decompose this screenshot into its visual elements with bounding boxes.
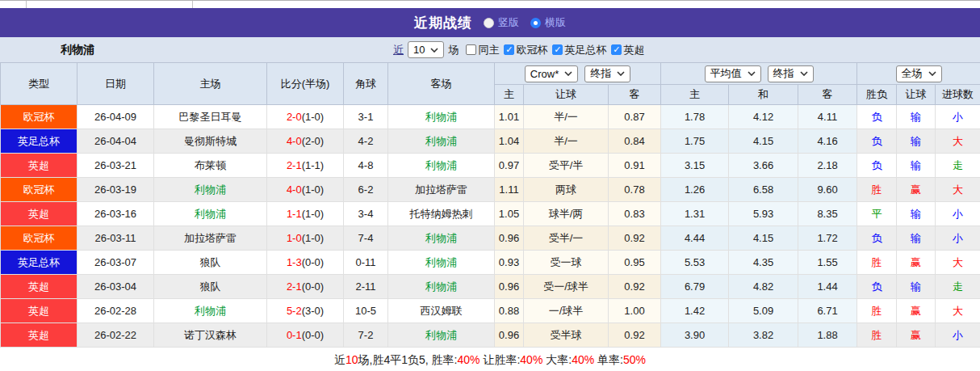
cell-eu-home-odds: 1.75 [661, 129, 729, 154]
cell-eu-draw-odds: 5.93 [729, 202, 798, 226]
league-type-badge: 英超 [1, 202, 77, 226]
top-strip [0, 0, 980, 8]
filter-checkbox-英足总杯[interactable]: ✓英足总杯 [552, 43, 606, 57]
match-table-body: 欧冠杯 26-04-09 巴黎圣日耳曼 2-0(1-0) 3-1 利物浦 1.0… [1, 105, 980, 348]
cell-away-team: 利物浦 [388, 323, 495, 348]
cell-asia-handicap: 受平/半 [524, 154, 609, 178]
cell-corner: 0-11 [344, 251, 388, 275]
cell-result-wdl: 胜 [857, 323, 897, 348]
results-table: 类型 日期 主场 比分(半场) 角球 客场 Crow* 终指 [0, 62, 980, 348]
cell-asia-away-odds: 1.00 [609, 299, 661, 323]
europe-average-value: 平均值 [710, 66, 742, 81]
league-type-badge: 英足总杯 [1, 251, 77, 275]
cell-eu-draw-odds: 3.66 [729, 154, 798, 178]
cell-corner: 6-2 [344, 178, 388, 202]
filter-checkbox-英超[interactable]: ✓英超 [611, 43, 644, 57]
full-time-score: 2-1 [287, 280, 302, 293]
controls-bar: 利物浦 近 10 场 同主✓欧冠杯✓英足总杯✓英超 [0, 37, 980, 62]
odds-company-select[interactable]: Crow* [525, 65, 578, 82]
summary-text-segment: 50% [623, 353, 646, 366]
cell-eu-home-odds: 1.42 [661, 299, 729, 323]
cell-eu-home-odds: 5.53 [661, 251, 729, 275]
recent-link[interactable]: 近 [393, 43, 404, 57]
cell-score: 4-0(2-0) [267, 129, 344, 154]
full-time-score: 5-2 [287, 305, 302, 317]
europe-average-select[interactable]: 平均值 [705, 65, 761, 82]
checkbox-label: 同主 [478, 43, 499, 57]
cell-date: 26-03-16 [77, 202, 154, 226]
filter-checkbox-欧冠杯[interactable]: ✓欧冠杯 [504, 43, 547, 57]
cell-date: 26-04-04 [77, 129, 154, 154]
cell-eu-draw-odds: 4.15 [729, 129, 798, 154]
cell-result-wdl: 负 [857, 226, 897, 251]
table-row: 英超 26-03-04 狼队 2-1(0-0) 2-11 利物浦 0.96 受一… [1, 275, 980, 299]
summary-bar: 近10场,胜4平1负5, 胜率:40% 让胜率:40% 大率:40% 单率:50… [0, 348, 980, 371]
cell-result-wdl: 负 [857, 154, 897, 178]
cell-asia-handicap: 受半球 [524, 323, 609, 348]
cell-asia-home-odds: 0.88 [495, 299, 524, 323]
cell-result-wdl: 胜 [857, 299, 897, 323]
divider [26, 1, 27, 8]
cell-away-team: 利物浦 [388, 251, 495, 275]
summary-text-segment: 让胜率: [480, 353, 521, 366]
match-count-select[interactable]: 10 [408, 41, 444, 58]
league-type-badge: 欧冠杯 [1, 178, 77, 202]
layout-option-horizontal[interactable]: 横版 [530, 15, 566, 30]
cell-corner: 2-11 [344, 275, 388, 299]
cell-home-team: 利物浦 [154, 178, 267, 202]
checked-checkbox-icon[interactable]: ✓ [552, 44, 563, 55]
europe-time-select[interactable]: 终指 [768, 65, 814, 82]
panel-title: 近期战绩 [414, 14, 472, 32]
radio-icon-horizontal[interactable] [530, 18, 541, 28]
cell-eu-away-odds: 9.60 [798, 178, 857, 202]
cell-result-handicap: 赢 [897, 251, 936, 275]
cell-home-team: 狼队 [154, 251, 267, 275]
cell-result-wdl: 负 [857, 275, 897, 299]
chevron-down-icon [748, 71, 756, 76]
league-type-badge: 英超 [1, 154, 77, 178]
match-count-value: 10 [413, 44, 425, 56]
full-time-score: 2-0 [287, 111, 302, 123]
cell-date: 26-02-22 [77, 323, 154, 348]
radio-icon-vertical[interactable] [484, 18, 494, 28]
col-header-home: 主场 [154, 63, 267, 105]
cell-eu-draw-odds: 4.12 [729, 105, 798, 129]
cell-away-team: 利物浦 [388, 154, 495, 178]
scope-select[interactable]: 全场 [896, 65, 942, 82]
layout-option-vertical[interactable]: 竖版 [484, 15, 519, 30]
cell-date: 26-03-21 [77, 154, 154, 178]
full-time-score: 4-0 [287, 135, 302, 147]
cell-result-wdl: 负 [857, 129, 897, 154]
cell-corner: 4-2 [344, 129, 388, 154]
cell-home-team: 狼队 [154, 275, 267, 299]
cell-result-goals: 大 [936, 251, 980, 275]
unchecked-checkbox-icon[interactable] [466, 44, 476, 55]
cell-asia-away-odds: 0.87 [609, 105, 661, 129]
odds-time-select[interactable]: 终指 [584, 65, 630, 82]
cell-eu-away-odds: 1.88 [798, 323, 857, 348]
checked-checkbox-icon[interactable]: ✓ [504, 44, 514, 55]
cell-result-handicap: 输 [897, 275, 936, 299]
filter-checkbox-同主[interactable]: 同主 [466, 43, 499, 57]
cell-asia-home-odds: 1.01 [495, 105, 524, 129]
cell-home-team: 布莱顿 [154, 154, 267, 178]
cell-asia-handicap: 半/一 [524, 129, 609, 154]
cell-result-goals: 小 [936, 202, 980, 226]
cell-asia-home-odds: 0.96 [495, 275, 524, 299]
cell-score: 4-0(1-0) [267, 178, 344, 202]
col-header-eu-draw: 和 [729, 85, 798, 105]
cell-asia-handicap: 半/一 [524, 105, 609, 129]
europe-time-value: 终指 [773, 66, 794, 81]
cell-result-wdl: 平 [857, 202, 897, 226]
cell-eu-home-odds: 1.78 [661, 105, 729, 129]
checked-checkbox-icon[interactable]: ✓ [611, 44, 622, 55]
cell-score: 2-1(0-0) [267, 275, 344, 299]
cell-result-handicap: 输 [897, 105, 936, 129]
cell-asia-home-odds: 0.96 [495, 323, 524, 348]
cell-score: 1-1(1-0) [267, 202, 344, 226]
summary-text-segment: 场,胜4平1负5, 胜率: [358, 353, 458, 366]
cell-result-handicap: 赢 [897, 323, 936, 348]
cell-asia-away-odds: 0.92 [609, 275, 661, 299]
cell-home-team: 利物浦 [154, 299, 267, 323]
cell-away-team: 利物浦 [388, 129, 495, 154]
